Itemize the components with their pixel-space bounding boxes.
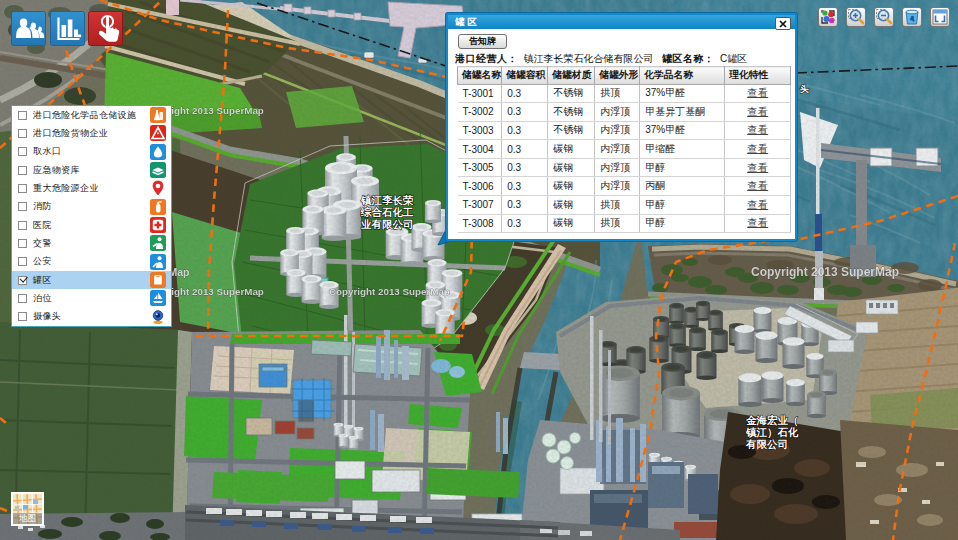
svg-text:综合石化工: 综合石化工 [360, 206, 414, 218]
svg-text:业有限公司: 业有限公司 [361, 218, 414, 230]
svg-text:Copyright 2013 SuperMap: Copyright 2013 SuperMap [329, 286, 450, 297]
svg-text:头: 头 [800, 84, 809, 94]
svg-text:Copyright 2013 SuperMap: Copyright 2013 SuperMap [751, 265, 899, 279]
svg-text:有限公司: 有限公司 [745, 438, 788, 450]
svg-text:镇江李长荣: 镇江李长荣 [360, 194, 414, 206]
